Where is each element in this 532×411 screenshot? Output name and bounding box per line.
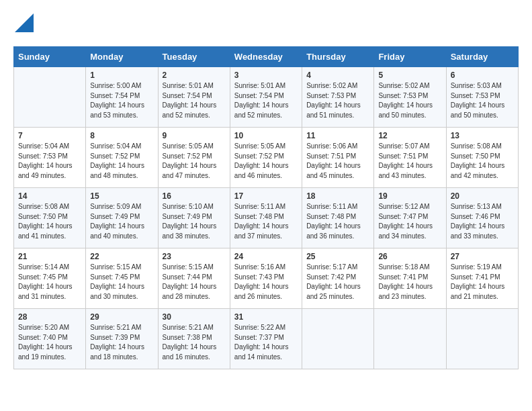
calendar-cell: 21Sunrise: 5:14 AMSunset: 7:45 PMDayligh… (14, 248, 86, 309)
day-info: Sunrise: 5:09 AMSunset: 7:49 PMDaylight:… (90, 202, 153, 241)
day-number: 27 (451, 252, 514, 261)
calendar-cell: 19Sunrise: 5:12 AMSunset: 7:47 PMDayligh… (374, 188, 446, 248)
calendar-cell: 11Sunrise: 5:06 AMSunset: 7:51 PMDayligh… (302, 128, 374, 188)
day-info: Sunrise: 5:02 AMSunset: 7:53 PMDaylight:… (378, 81, 441, 120)
day-info: Sunrise: 5:20 AMSunset: 7:40 PMDaylight:… (18, 323, 81, 362)
calendar-week-row: 7Sunrise: 5:04 AMSunset: 7:53 PMDaylight… (14, 128, 519, 188)
calendar-header: SundayMondayTuesdayWednesdayThursdayFrid… (14, 47, 519, 67)
day-info: Sunrise: 5:11 AMSunset: 7:48 PMDaylight:… (234, 202, 298, 241)
calendar-cell: 6Sunrise: 5:03 AMSunset: 7:53 PMDaylight… (446, 67, 518, 128)
calendar-cell: 25Sunrise: 5:17 AMSunset: 7:42 PMDayligh… (302, 248, 374, 309)
day-number: 16 (163, 191, 226, 201)
day-info: Sunrise: 5:16 AMSunset: 7:43 PMDaylight:… (234, 263, 298, 302)
calendar-cell: 1Sunrise: 5:00 AMSunset: 7:54 PMDaylight… (86, 67, 158, 128)
day-info: Sunrise: 5:15 AMSunset: 7:44 PMDaylight:… (163, 263, 226, 302)
day-number: 29 (90, 312, 153, 322)
calendar-cell: 7Sunrise: 5:04 AMSunset: 7:53 PMDaylight… (14, 128, 86, 188)
day-info: Sunrise: 5:01 AMSunset: 7:54 PMDaylight:… (163, 81, 226, 120)
day-info: Sunrise: 5:06 AMSunset: 7:51 PMDaylight:… (306, 142, 369, 181)
day-number: 3 (234, 71, 298, 80)
day-number: 21 (18, 252, 81, 261)
day-info: Sunrise: 5:22 AMSunset: 7:37 PMDaylight:… (234, 323, 298, 362)
calendar-cell: 18Sunrise: 5:11 AMSunset: 7:48 PMDayligh… (302, 188, 374, 248)
calendar-cell: 13Sunrise: 5:08 AMSunset: 7:50 PMDayligh… (446, 128, 518, 188)
day-info: Sunrise: 5:08 AMSunset: 7:50 PMDaylight:… (451, 142, 514, 181)
day-number: 18 (306, 191, 369, 201)
calendar-week-row: 1Sunrise: 5:00 AMSunset: 7:54 PMDaylight… (14, 67, 519, 128)
day-info: Sunrise: 5:07 AMSunset: 7:51 PMDaylight:… (378, 142, 441, 181)
calendar-cell: 31Sunrise: 5:22 AMSunset: 7:37 PMDayligh… (230, 309, 302, 369)
calendar-cell: 29Sunrise: 5:21 AMSunset: 7:39 PMDayligh… (86, 309, 158, 369)
day-info: Sunrise: 5:19 AMSunset: 7:41 PMDaylight:… (451, 263, 514, 302)
day-info: Sunrise: 5:05 AMSunset: 7:52 PMDaylight:… (163, 142, 226, 181)
calendar-table: SundayMondayTuesdayWednesdayThursdayFrid… (13, 46, 519, 369)
day-info: Sunrise: 5:00 AMSunset: 7:54 PMDaylight:… (90, 81, 153, 120)
calendar-cell: 24Sunrise: 5:16 AMSunset: 7:43 PMDayligh… (230, 248, 302, 309)
calendar-cell: 9Sunrise: 5:05 AMSunset: 7:52 PMDaylight… (158, 128, 230, 188)
calendar-cell: 14Sunrise: 5:08 AMSunset: 7:50 PMDayligh… (14, 188, 86, 248)
day-number: 7 (18, 131, 81, 140)
day-info: Sunrise: 5:03 AMSunset: 7:53 PMDaylight:… (451, 81, 514, 120)
day-number: 5 (378, 71, 441, 80)
calendar-cell: 23Sunrise: 5:15 AMSunset: 7:44 PMDayligh… (158, 248, 230, 309)
calendar-cell: 4Sunrise: 5:02 AMSunset: 7:53 PMDaylight… (302, 67, 374, 128)
day-info: Sunrise: 5:21 AMSunset: 7:39 PMDaylight:… (90, 323, 153, 362)
day-number: 6 (451, 71, 514, 80)
day-number: 1 (90, 71, 153, 80)
day-info: Sunrise: 5:21 AMSunset: 7:38 PMDaylight:… (163, 323, 226, 362)
calendar-cell: 3Sunrise: 5:01 AMSunset: 7:54 PMDaylight… (230, 67, 302, 128)
day-info: Sunrise: 5:17 AMSunset: 7:42 PMDaylight:… (306, 263, 369, 302)
calendar-cell: 26Sunrise: 5:18 AMSunset: 7:41 PMDayligh… (374, 248, 446, 309)
weekday-header: Wednesday (230, 47, 302, 67)
day-number: 9 (163, 131, 226, 140)
calendar-week-row: 21Sunrise: 5:14 AMSunset: 7:45 PMDayligh… (14, 248, 519, 309)
weekday-header: Friday (374, 47, 446, 67)
logo-icon (15, 13, 34, 32)
day-info: Sunrise: 5:01 AMSunset: 7:54 PMDaylight:… (234, 81, 298, 120)
calendar-week-row: 14Sunrise: 5:08 AMSunset: 7:50 PMDayligh… (14, 188, 519, 248)
calendar-cell: 15Sunrise: 5:09 AMSunset: 7:49 PMDayligh… (86, 188, 158, 248)
day-number: 12 (378, 131, 441, 140)
day-number: 23 (163, 252, 226, 261)
calendar-cell (14, 67, 86, 128)
day-info: Sunrise: 5:13 AMSunset: 7:46 PMDaylight:… (451, 202, 514, 241)
day-number: 20 (451, 191, 514, 201)
day-info: Sunrise: 5:05 AMSunset: 7:52 PMDaylight:… (234, 142, 298, 181)
calendar-cell: 28Sunrise: 5:20 AMSunset: 7:40 PMDayligh… (14, 309, 86, 369)
calendar-cell: 16Sunrise: 5:10 AMSunset: 7:49 PMDayligh… (158, 188, 230, 248)
calendar-cell: 12Sunrise: 5:07 AMSunset: 7:51 PMDayligh… (374, 128, 446, 188)
day-number: 28 (18, 312, 81, 322)
calendar-cell (374, 309, 446, 369)
day-number: 11 (306, 131, 369, 140)
day-number: 31 (234, 312, 298, 322)
calendar-cell: 20Sunrise: 5:13 AMSunset: 7:46 PMDayligh… (446, 188, 518, 248)
calendar-cell: 8Sunrise: 5:04 AMSunset: 7:52 PMDaylight… (86, 128, 158, 188)
weekday-header: Monday (86, 47, 158, 67)
weekday-header: Tuesday (158, 47, 230, 67)
day-info: Sunrise: 5:11 AMSunset: 7:48 PMDaylight:… (306, 202, 369, 241)
day-info: Sunrise: 5:15 AMSunset: 7:45 PMDaylight:… (90, 263, 153, 302)
day-number: 4 (306, 71, 369, 80)
day-number: 14 (18, 191, 81, 201)
day-number: 24 (234, 252, 298, 261)
calendar-cell: 5Sunrise: 5:02 AMSunset: 7:53 PMDaylight… (374, 67, 446, 128)
calendar-cell: 27Sunrise: 5:19 AMSunset: 7:41 PMDayligh… (446, 248, 518, 309)
day-info: Sunrise: 5:04 AMSunset: 7:52 PMDaylight:… (90, 142, 153, 181)
weekday-header: Saturday (446, 47, 518, 67)
day-number: 19 (378, 191, 441, 201)
logo (13, 13, 34, 36)
day-info: Sunrise: 5:12 AMSunset: 7:47 PMDaylight:… (378, 202, 441, 241)
day-number: 2 (163, 71, 226, 80)
calendar-cell: 22Sunrise: 5:15 AMSunset: 7:45 PMDayligh… (86, 248, 158, 309)
calendar-cell: 17Sunrise: 5:11 AMSunset: 7:48 PMDayligh… (230, 188, 302, 248)
day-info: Sunrise: 5:18 AMSunset: 7:41 PMDaylight:… (378, 263, 441, 302)
calendar-cell (302, 309, 374, 369)
day-info: Sunrise: 5:14 AMSunset: 7:45 PMDaylight:… (18, 263, 81, 302)
page-header (13, 13, 519, 36)
day-number: 17 (234, 191, 298, 201)
calendar-cell (446, 309, 518, 369)
day-number: 22 (90, 252, 153, 261)
calendar-cell: 2Sunrise: 5:01 AMSunset: 7:54 PMDaylight… (158, 67, 230, 128)
calendar-cell: 30Sunrise: 5:21 AMSunset: 7:38 PMDayligh… (158, 309, 230, 369)
day-info: Sunrise: 5:08 AMSunset: 7:50 PMDaylight:… (18, 202, 81, 241)
